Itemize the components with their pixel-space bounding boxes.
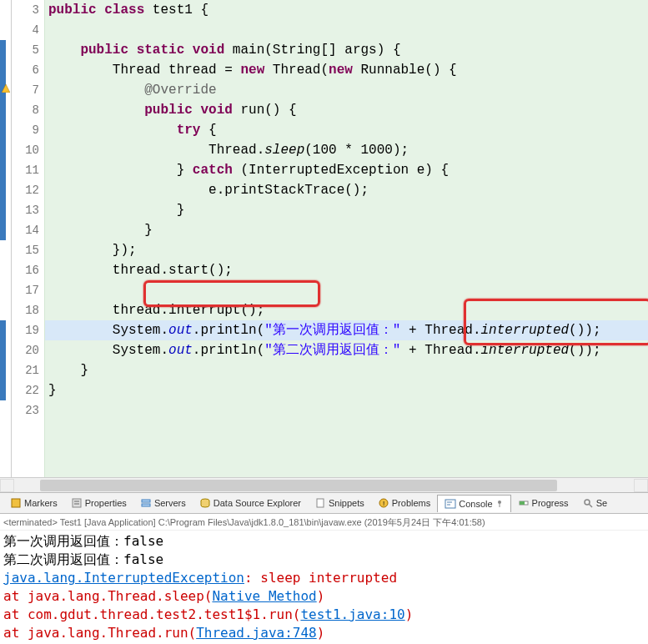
line-number[interactable]: 12 <box>12 180 39 200</box>
views-tab-bar[interactable]: MarkersPropertiesServersData Source Expl… <box>0 492 648 514</box>
stacktrace-link[interactable]: Native Method <box>212 588 316 604</box>
stacktrace-link[interactable]: java.lang.InterruptedException <box>3 570 244 586</box>
tab-label: Console <box>459 499 492 509</box>
line-number-gutter[interactable]: -34-5-67-891011121314151617181920212223 <box>12 0 45 477</box>
svg-line-19 <box>589 504 592 507</box>
scroll-right-arrow[interactable] <box>634 479 648 492</box>
line-number[interactable]: 4 <box>12 20 39 40</box>
console-line[interactable]: 第二次调用返回值：false <box>3 551 645 569</box>
code-line[interactable]: public class test1 { <box>48 0 648 20</box>
line-number[interactable]: 13 <box>12 200 39 220</box>
code-line[interactable]: Thread.sleep(100 * 1000); <box>48 140 648 160</box>
tab-label: Data Source Explorer <box>213 498 301 508</box>
stacktrace-link[interactable]: test1.java:10 <box>300 606 404 622</box>
code-line[interactable]: } <box>48 220 648 240</box>
properties-icon <box>71 497 83 509</box>
tab-label: Snippets <box>329 498 364 508</box>
line-number[interactable]: 3 <box>12 0 39 20</box>
search-icon <box>582 497 594 509</box>
tab-label: Properties <box>85 498 127 508</box>
tab-progress[interactable]: Progress <box>511 495 575 511</box>
console-output[interactable]: 第一次调用返回值：false第二次调用返回值：falsejava.lang.In… <box>0 531 648 644</box>
code-line[interactable]: } <box>48 200 648 220</box>
svg-text:!: ! <box>383 500 384 507</box>
progress-icon <box>518 497 530 509</box>
svg-rect-11 <box>445 500 455 508</box>
line-number[interactable]: 22 <box>12 380 39 400</box>
line-number[interactable]: 11 <box>12 160 39 180</box>
line-number[interactable]: 18 <box>12 300 39 320</box>
line-number[interactable]: 10 <box>12 140 39 160</box>
code-line[interactable]: } catch (InterruptedException e) { <box>48 160 648 180</box>
svg-rect-6 <box>142 504 150 506</box>
tab-label: Problems <box>392 498 430 508</box>
annotation-box-2 <box>464 299 648 345</box>
database-icon <box>199 497 211 509</box>
tab-label: Se <box>596 498 607 508</box>
line-number[interactable]: 19 <box>12 320 39 340</box>
code-line[interactable]: @Override <box>48 80 648 100</box>
svg-rect-1 <box>12 499 20 507</box>
line-number[interactable]: 5 <box>12 40 39 60</box>
svg-marker-0 <box>2 84 10 93</box>
servers-icon <box>140 497 152 509</box>
line-number[interactable]: 8 <box>12 100 39 120</box>
tab-label: Markers <box>24 498 58 508</box>
line-number[interactable]: 6 <box>12 60 39 80</box>
tab-servers[interactable]: Servers <box>133 495 193 511</box>
code-line[interactable] <box>48 400 648 420</box>
svg-point-14 <box>498 501 501 504</box>
console-line[interactable]: at java.lang.Thread.sleep(Native Method) <box>3 587 645 606</box>
console-line[interactable]: 第一次调用返回值：false <box>3 532 645 551</box>
markers-icon <box>10 497 22 509</box>
svg-rect-5 <box>142 500 150 502</box>
code-line[interactable]: } <box>48 360 648 380</box>
code-area[interactable]: public class test1 { public static void … <box>45 0 648 477</box>
tab-problems[interactable]: !Problems <box>371 495 437 511</box>
problems-icon: ! <box>378 497 389 509</box>
annotation-box-1 <box>143 280 320 307</box>
code-line[interactable]: try { <box>48 120 648 140</box>
tab-data-source-explorer[interactable]: Data Source Explorer <box>193 495 308 511</box>
console-icon <box>445 498 456 510</box>
code-line[interactable]: public void run() { <box>48 100 648 120</box>
line-number[interactable]: 20 <box>12 340 39 360</box>
line-number[interactable]: 9 <box>12 120 39 140</box>
code-line[interactable]: e.printStackTrace(); <box>48 180 648 200</box>
svg-rect-8 <box>317 499 324 507</box>
console-line[interactable]: at com.gdut.thread.test2.test1$1.run(tes… <box>3 606 645 624</box>
code-editor[interactable]: -34-5-67-891011121314151617181920212223 … <box>0 0 648 477</box>
console-line[interactable]: at java.lang.Thread.run(Thread.java:748) <box>3 624 645 642</box>
tab-label: Servers <box>154 498 186 508</box>
line-number[interactable]: 7 <box>12 80 39 100</box>
line-number[interactable]: 16 <box>12 260 39 280</box>
horizontal-scrollbar[interactable] <box>0 477 648 492</box>
tab-snippets[interactable]: Snippets <box>308 495 371 511</box>
code-line[interactable] <box>48 20 648 40</box>
stacktrace-link[interactable]: Thread.java:748 <box>196 625 317 641</box>
console-header: <terminated> Test1 [Java Application] C:… <box>0 514 648 531</box>
line-number[interactable]: 14 <box>12 220 39 240</box>
code-line[interactable]: }); <box>48 240 648 260</box>
tab-console[interactable]: Console <box>437 495 510 512</box>
console-line[interactable]: java.lang.InterruptedException: sleep in… <box>3 569 645 587</box>
tab-properties[interactable]: Properties <box>64 495 133 511</box>
code-line[interactable]: } <box>48 380 648 400</box>
tab-markers[interactable]: Markers <box>3 495 64 511</box>
tab-label: Progress <box>532 498 569 508</box>
line-number[interactable]: 23 <box>12 400 39 420</box>
code-line[interactable]: Thread thread = new Thread(new Runnable(… <box>48 60 648 80</box>
pin-icon[interactable] <box>495 500 504 508</box>
svg-rect-2 <box>73 499 81 507</box>
warning-icon <box>2 84 10 93</box>
tab-se[interactable]: Se <box>575 495 614 511</box>
line-number[interactable]: 21 <box>12 360 39 380</box>
scroll-thumb[interactable] <box>40 480 557 491</box>
line-number[interactable]: 17 <box>12 280 39 300</box>
snippets-icon <box>314 497 326 509</box>
code-line[interactable]: thread.start(); <box>48 260 648 280</box>
scroll-left-arrow[interactable] <box>0 479 14 492</box>
code-line[interactable]: public static void main(String[] args) { <box>48 40 648 60</box>
line-number[interactable]: 15 <box>12 240 39 260</box>
code-line[interactable] <box>48 280 648 300</box>
